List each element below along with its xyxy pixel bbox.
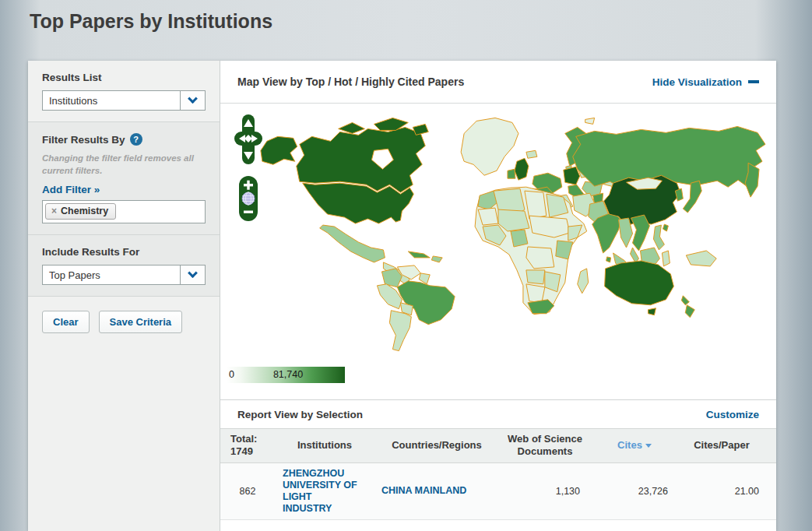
app-container: Results List Institutions Filter Results… [28, 61, 776, 531]
results-list-select[interactable]: Institutions [42, 90, 206, 111]
country-uk[interactable] [515, 158, 529, 180]
map-controls [233, 113, 264, 222]
world-map[interactable] [222, 110, 775, 368]
sidebar: Results List Institutions Filter Results… [28, 61, 220, 531]
chevron-down-icon [188, 93, 198, 104]
total-header: Total: 1749 [220, 433, 275, 459]
actions-section: Clear Save Criteria [28, 297, 220, 531]
country-taiwan[interactable] [663, 224, 668, 231]
chevron-down-icon [188, 268, 198, 278]
country-thailand-vietnam[interactable] [631, 215, 650, 251]
map-area: 0 81,740 [220, 104, 776, 399]
country-canada[interactable] [297, 127, 426, 192]
results-list-selected-value: Institutions [43, 95, 180, 107]
table-footer-space [220, 520, 776, 531]
cell-cites: 23,726 [591, 486, 678, 497]
include-results-section: Include Results For Top Papers [28, 235, 220, 297]
country-cuba[interactable] [408, 251, 430, 258]
report-header: Report View by Selection Customize [220, 399, 776, 428]
country-papua[interactable] [686, 251, 716, 266]
results-list-arrow-box[interactable] [180, 91, 205, 110]
page-title: Top Papers by Institutions [30, 10, 272, 33]
country-iceland[interactable] [526, 150, 537, 158]
legend-min-label: 0 [229, 367, 234, 383]
arctic-islands[interactable] [339, 122, 365, 133]
filter-section: Filter Results By ? Changing the filter … [28, 122, 220, 235]
col-cites-per-paper[interactable]: Cites/Paper [678, 439, 776, 452]
country-mexico[interactable] [320, 225, 385, 262]
table-row: 862 ZHENGZHOU UNIVERSITY OF LIGHT INDUST… [220, 463, 776, 520]
cell-documents: 1,130 [499, 486, 591, 497]
country-kenya-tanzania[interactable] [556, 241, 573, 259]
clear-button[interactable]: Clear [42, 311, 90, 333]
results-list-label: Results List [42, 72, 206, 83]
viz-header-title: Map View by Top / Hot / Highly Cited Pap… [237, 76, 464, 88]
country-link[interactable]: CHINA MAINLAND [374, 485, 499, 497]
filter-chip[interactable]: × Chemistry [45, 203, 116, 220]
country-malaysia[interactable] [631, 248, 639, 263]
include-results-arrow-box[interactable] [180, 266, 205, 284]
country-alaska[interactable] [261, 136, 297, 164]
save-criteria-button[interactable]: Save Criteria [99, 311, 183, 333]
map-pan-control[interactable] [233, 113, 264, 167]
table-header: Total: 1749 Institutions Countries/Regio… [220, 428, 776, 463]
zoom-out-icon [244, 211, 253, 213]
country-madagascar[interactable] [578, 269, 589, 294]
filter-note: Changing the filter field removes all cu… [42, 153, 206, 177]
filter-results-label: Filter Results By [42, 134, 125, 146]
country-south-korea[interactable] [675, 188, 683, 201]
remove-filter-icon[interactable]: × [51, 206, 57, 216]
country-russia[interactable] [573, 126, 765, 188]
country-japan[interactable] [683, 181, 701, 213]
customize-link[interactable]: Customize [706, 409, 759, 420]
filter-chips-box[interactable]: × Chemistry [42, 200, 206, 223]
country-ireland[interactable] [508, 169, 515, 178]
legend-max-label: 81,740 [273, 367, 303, 383]
include-results-label: Include Results For [42, 246, 206, 258]
institution-link[interactable]: ZHENGZHOU UNIVERSITY OF LIGHT INDUSTRY [275, 468, 374, 515]
viz-header: Map View by Top / Hot / Highly Cited Pap… [220, 61, 776, 104]
col-cites[interactable]: Cites [591, 439, 678, 452]
country-new-zealand[interactable] [681, 296, 689, 305]
main-panel: Map View by Top / Hot / Highly Cited Pap… [220, 61, 776, 531]
country-greenland[interactable] [461, 118, 518, 175]
map-legend: 0 81,740 [227, 367, 345, 383]
include-results-select[interactable]: Top Papers [42, 265, 206, 285]
col-institutions[interactable]: Institutions [275, 439, 374, 452]
results-list-section: Results List Institutions [28, 61, 220, 122]
cell-cites-per-paper: 21.00 [678, 486, 776, 497]
report-header-title: Report View by Selection [237, 409, 363, 420]
filter-chip-label: Chemistry [61, 206, 108, 216]
add-filter-link[interactable]: Add Filter » [42, 184, 100, 195]
col-countries-regions[interactable]: Countries/Regions [374, 439, 499, 452]
cell-rank: 862 [220, 486, 275, 497]
sort-descending-icon [645, 444, 652, 448]
help-icon[interactable]: ? [130, 133, 142, 146]
country-argentina[interactable] [389, 311, 411, 351]
country-australia[interactable] [605, 261, 674, 305]
collapse-minus-icon [748, 80, 759, 83]
include-results-selected-value: Top Papers [43, 269, 180, 281]
country-nigeria[interactable] [511, 230, 528, 247]
country-angola[interactable] [526, 270, 545, 284]
col-wos-documents[interactable]: Web of Science Documents [499, 433, 591, 459]
globe-icon [242, 192, 255, 205]
map-zoom-control[interactable] [238, 175, 258, 222]
hide-visualization-link[interactable]: Hide Visualization [652, 76, 759, 88]
